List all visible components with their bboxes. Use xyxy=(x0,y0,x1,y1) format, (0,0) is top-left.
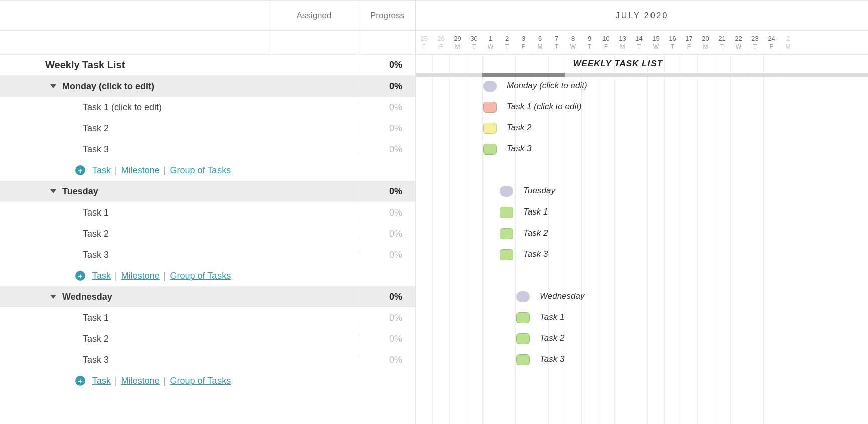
add-group-link[interactable]: Group of Tasks xyxy=(170,271,231,281)
task-row-1-2[interactable]: Task 30% xyxy=(0,244,415,265)
add-milestone-link[interactable]: Milestone xyxy=(121,376,160,386)
project-row-progress[interactable]: 0% xyxy=(359,60,415,70)
date-col-3[interactable]: 3F xyxy=(515,31,532,54)
add-row-name[interactable]: +Task|Milestone|Group of Tasks xyxy=(0,376,269,386)
add-group-link[interactable]: Group of Tasks xyxy=(170,376,231,386)
date-col-30[interactable]: 30T xyxy=(466,31,482,54)
group-row-0[interactable]: Monday (click to edit)0% xyxy=(0,76,415,97)
task-row-2-1[interactable]: Task 20% xyxy=(0,328,415,349)
task-row-1-0-name[interactable]: Task 1 xyxy=(0,207,269,218)
task-row-2-1-progress[interactable]: 0% xyxy=(359,334,415,344)
date-col-13[interactable]: 13M xyxy=(614,31,631,54)
timeline-body[interactable]: WEEKLY TASK LISTMonday (click to edit)Ta… xyxy=(416,55,868,424)
date-col-23[interactable]: 23T xyxy=(747,31,763,54)
add-row-name[interactable]: +Task|Milestone|Group of Tasks xyxy=(0,165,269,176)
date-col-8[interactable]: 8W xyxy=(565,31,581,54)
add-row[interactable]: +Task|Milestone|Group of Tasks xyxy=(0,265,415,286)
date-day: T xyxy=(747,43,763,50)
add-task-link[interactable]: Task xyxy=(92,376,111,386)
date-col-16[interactable]: 16T xyxy=(664,31,681,54)
task-row-0-2-progress[interactable]: 0% xyxy=(359,144,415,155)
plus-icon[interactable]: + xyxy=(75,271,85,281)
group-0-bar[interactable] xyxy=(483,81,497,92)
group-row-1-progress[interactable]: 0% xyxy=(359,186,415,197)
task-row-0-1[interactable]: Task 20% xyxy=(0,118,415,139)
add-row[interactable]: +Task|Milestone|Group of Tasks xyxy=(0,160,415,181)
task-row-1-0[interactable]: Task 10% xyxy=(0,202,415,223)
task-row-1-1-name[interactable]: Task 2 xyxy=(0,229,269,239)
date-col-17[interactable]: 17F xyxy=(681,31,697,54)
group-row-2-name[interactable]: Wednesday xyxy=(0,292,269,302)
add-group-link[interactable]: Group of Tasks xyxy=(170,165,231,176)
task-row-2-2[interactable]: Task 30% xyxy=(0,349,415,370)
group-1-bar[interactable] xyxy=(500,186,513,197)
task-1-2-bar[interactable] xyxy=(500,249,513,260)
task-row-2-0-name[interactable]: Task 1 xyxy=(0,313,269,323)
date-col-24[interactable]: 24F xyxy=(763,31,780,54)
group-row-2-progress[interactable]: 0% xyxy=(359,292,415,302)
date-col-6[interactable]: 6M xyxy=(532,31,548,54)
task-0-2-bar[interactable] xyxy=(483,144,497,155)
date-col-21[interactable]: 21T xyxy=(714,31,730,54)
chevron-down-icon[interactable] xyxy=(50,84,56,88)
date-col-25[interactable]: 25T xyxy=(416,31,432,54)
task-row-2-0-progress[interactable]: 0% xyxy=(359,313,415,323)
date-col-15[interactable]: 15W xyxy=(647,31,664,54)
date-col-2[interactable]: 2M xyxy=(780,31,796,54)
add-task-link[interactable]: Task xyxy=(92,271,111,281)
date-col-10[interactable]: 10F xyxy=(598,31,614,54)
task-row-0-1-progress[interactable]: 0% xyxy=(359,123,415,134)
task-row-1-1[interactable]: Task 20% xyxy=(0,223,415,244)
add-milestone-link[interactable]: Milestone xyxy=(121,165,160,176)
task-row-2-1-name[interactable]: Task 2 xyxy=(0,334,269,344)
group-row-0-name[interactable]: Monday (click to edit) xyxy=(0,81,269,92)
timeline-scrollbar-thumb[interactable] xyxy=(482,73,565,77)
task-row-0-1-name[interactable]: Task 2 xyxy=(0,123,269,134)
task-1-1-bar[interactable] xyxy=(500,228,513,239)
task-row-1-2-name[interactable]: Task 3 xyxy=(0,250,269,260)
project-row[interactable]: Weekly Task List0% xyxy=(0,55,415,76)
chevron-down-icon[interactable] xyxy=(50,295,56,299)
group-2-bar[interactable] xyxy=(516,291,530,302)
date-col-20[interactable]: 20M xyxy=(697,31,714,54)
date-col-2[interactable]: 2T xyxy=(499,31,515,54)
task-row-2-2-name[interactable]: Task 3 xyxy=(0,355,269,365)
project-row-name[interactable]: Weekly Task List xyxy=(0,59,269,71)
column-header-assigned[interactable]: Assigned xyxy=(269,1,359,30)
plus-icon[interactable]: + xyxy=(75,165,85,175)
add-row-name[interactable]: +Task|Milestone|Group of Tasks xyxy=(0,271,269,281)
task-row-1-0-progress[interactable]: 0% xyxy=(359,207,415,218)
group-row-0-progress[interactable]: 0% xyxy=(359,81,415,92)
date-col-22[interactable]: 22W xyxy=(730,31,747,54)
task-0-0-bar[interactable] xyxy=(483,102,497,113)
group-row-1[interactable]: Tuesday0% xyxy=(0,181,415,202)
column-header-progress[interactable]: Progress xyxy=(359,1,415,30)
task-row-0-0-name[interactable]: Task 1 (click to edit) xyxy=(0,102,269,113)
task-row-0-0[interactable]: Task 1 (click to edit)0% xyxy=(0,97,415,118)
date-col-1[interactable]: 1W xyxy=(482,31,499,54)
task-2-1-bar[interactable] xyxy=(516,333,530,344)
task-2-0-bar[interactable] xyxy=(516,312,530,323)
task-row-0-0-progress[interactable]: 0% xyxy=(359,102,415,113)
chevron-down-icon[interactable] xyxy=(50,189,56,193)
date-col-14[interactable]: 14T xyxy=(631,31,647,54)
group-row-2[interactable]: Wednesday0% xyxy=(0,286,415,307)
plus-icon[interactable]: + xyxy=(75,376,85,386)
task-2-2-bar[interactable] xyxy=(516,354,530,365)
date-col-29[interactable]: 29M xyxy=(449,31,466,54)
add-task-link[interactable]: Task xyxy=(92,165,111,176)
task-1-0-bar[interactable] xyxy=(500,207,513,218)
task-row-1-2-progress[interactable]: 0% xyxy=(359,250,415,260)
add-milestone-link[interactable]: Milestone xyxy=(121,271,160,281)
task-0-1-bar[interactable] xyxy=(483,123,497,134)
date-col-26[interactable]: 26F xyxy=(432,31,449,54)
task-row-2-0[interactable]: Task 10% xyxy=(0,307,415,328)
task-row-0-2-name[interactable]: Task 3 xyxy=(0,144,269,155)
date-col-7[interactable]: 7T xyxy=(548,31,565,54)
group-row-1-name[interactable]: Tuesday xyxy=(0,186,269,197)
task-row-2-2-progress[interactable]: 0% xyxy=(359,355,415,365)
task-row-1-1-progress[interactable]: 0% xyxy=(359,229,415,239)
task-row-0-2[interactable]: Task 30% xyxy=(0,139,415,160)
date-col-9[interactable]: 9T xyxy=(581,31,598,54)
add-row[interactable]: +Task|Milestone|Group of Tasks xyxy=(0,370,415,391)
